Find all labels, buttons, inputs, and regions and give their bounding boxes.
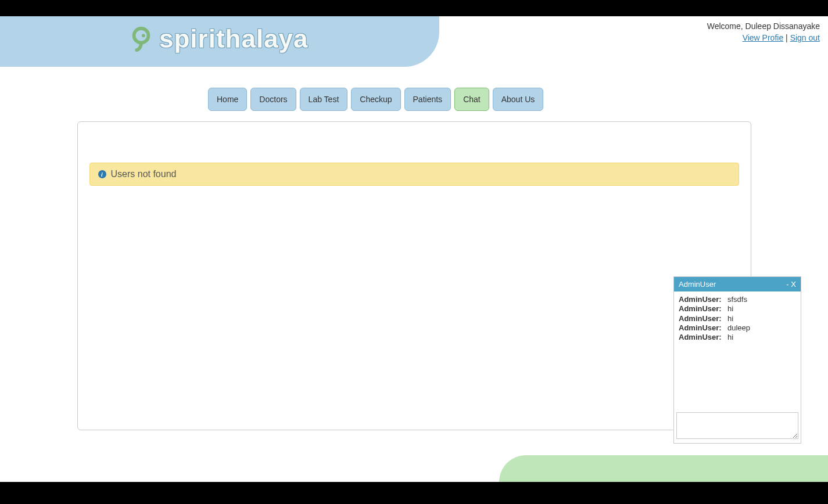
- chat-from: AdminUser:: [679, 295, 724, 304]
- nav-tabs: Home Doctors Lab Test Checkup Patients C…: [208, 88, 543, 111]
- sign-out-link[interactable]: Sign out: [790, 33, 820, 42]
- nav-tab-about[interactable]: About Us: [493, 88, 544, 111]
- chat-text: hi: [727, 333, 733, 342]
- chat-from: AdminUser:: [679, 323, 724, 333]
- header: spirithalaya Welcome, Duleep Dissanayake…: [0, 16, 828, 67]
- chat-message: AdminUser: hi: [679, 314, 796, 323]
- chat-text: sfsdfs: [727, 295, 747, 304]
- chat-from: AdminUser:: [679, 333, 724, 342]
- chat-text: duleep: [727, 323, 750, 333]
- logo[interactable]: spirithalaya: [128, 24, 309, 53]
- bottom-black-bar: [0, 482, 828, 504]
- chat-header[interactable]: AdminUser - X: [674, 277, 801, 291]
- nav: Home Doctors Lab Test Checkup Patients C…: [0, 67, 828, 111]
- alert-info: i Users not found: [89, 163, 739, 186]
- chat-input[interactable]: [676, 412, 798, 439]
- chat-text: hi: [727, 314, 733, 323]
- link-separator: |: [783, 33, 790, 42]
- nav-tab-checkup[interactable]: Checkup: [351, 88, 400, 111]
- chat-message: AdminUser: hi: [679, 304, 796, 314]
- footer-green: [499, 455, 828, 482]
- chat-input-wrap: [674, 410, 801, 443]
- chat-body: AdminUser: sfsdfs AdminUser: hi AdminUse…: [674, 291, 801, 410]
- content-box: i Users not found: [77, 121, 751, 430]
- svg-point-1: [142, 34, 145, 37]
- chat-widget: AdminUser - X AdminUser: sfsdfs AdminUse…: [673, 276, 801, 444]
- nav-tab-home[interactable]: Home: [208, 88, 247, 111]
- info-icon: i: [98, 170, 106, 178]
- chat-message: AdminUser: sfsdfs: [679, 295, 796, 304]
- svg-point-0: [134, 28, 149, 43]
- chat-message: AdminUser: duleep: [679, 323, 796, 333]
- nav-tab-doctors[interactable]: Doctors: [250, 88, 296, 111]
- alert-message: Users not found: [111, 169, 177, 179]
- user-name: Duleep Dissanayake: [745, 21, 820, 31]
- chat-minimize-button[interactable]: -: [786, 280, 788, 289]
- chat-message: AdminUser: hi: [679, 333, 796, 342]
- top-black-bar: [0, 0, 828, 16]
- chat-from: AdminUser:: [679, 314, 724, 323]
- nav-tab-labtest[interactable]: Lab Test: [300, 88, 348, 111]
- brand-name: spirithalaya: [159, 24, 309, 53]
- nav-tab-chat[interactable]: Chat: [454, 88, 489, 111]
- nav-tab-patients[interactable]: Patients: [404, 88, 451, 111]
- logo-icon: [128, 26, 155, 52]
- user-block: Welcome, Duleep Dissanayake View Profie …: [707, 21, 820, 44]
- chat-text: hi: [727, 304, 733, 314]
- chat-title: AdminUser: [679, 280, 716, 289]
- view-profile-link[interactable]: View Profie: [743, 33, 784, 42]
- welcome-prefix: Welcome,: [707, 21, 745, 31]
- chat-from: AdminUser:: [679, 304, 724, 314]
- chat-close-button[interactable]: X: [791, 280, 796, 289]
